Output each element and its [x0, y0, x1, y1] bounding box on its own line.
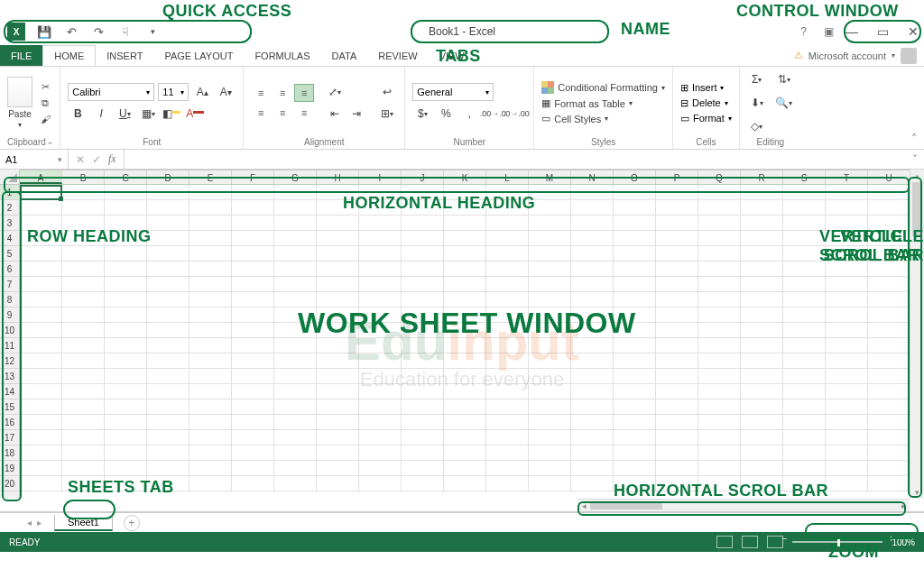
delete-cells-button[interactable]: ⊟Delete ▾	[680, 97, 732, 109]
cell[interactable]	[741, 461, 783, 476]
tab-page-layout[interactable]: PAGE LAYOUT	[153, 45, 244, 66]
cell[interactable]	[571, 430, 614, 445]
cell[interactable]	[359, 323, 402, 338]
cell[interactable]	[698, 430, 741, 445]
cell[interactable]	[571, 185, 614, 200]
align-left-icon[interactable]: ≡	[251, 104, 271, 122]
page-layout-view-icon[interactable]	[742, 536, 758, 548]
cell[interactable]	[402, 231, 444, 246]
cell[interactable]	[444, 353, 486, 369]
cell[interactable]	[614, 277, 656, 292]
cell[interactable]	[571, 231, 614, 246]
cell[interactable]	[826, 445, 868, 461]
cell[interactable]	[826, 216, 868, 231]
cell[interactable]	[189, 262, 232, 277]
cell[interactable]	[783, 338, 826, 353]
cell[interactable]	[783, 323, 826, 338]
cell[interactable]	[147, 384, 189, 399]
column-header[interactable]: T	[826, 170, 868, 184]
cell[interactable]	[359, 369, 402, 384]
cell[interactable]	[189, 461, 232, 476]
cell[interactable]	[105, 399, 147, 415]
cell[interactable]	[402, 216, 444, 231]
cell[interactable]	[317, 185, 359, 200]
cell[interactable]	[486, 461, 529, 476]
column-header[interactable]: N	[571, 170, 614, 184]
column-header[interactable]: C	[105, 170, 147, 184]
cell[interactable]	[189, 415, 232, 430]
cell[interactable]	[444, 430, 486, 445]
row-header[interactable]: 11	[0, 338, 19, 353]
cell[interactable]	[317, 200, 359, 216]
cell[interactable]	[614, 369, 656, 384]
increase-font-icon[interactable]: A▴	[192, 83, 212, 101]
find-select-icon[interactable]: 🔍▾	[774, 94, 794, 112]
cell[interactable]	[402, 384, 444, 399]
cell[interactable]	[232, 307, 274, 323]
column-header[interactable]: G	[274, 170, 317, 184]
cell[interactable]	[62, 231, 105, 246]
cell[interactable]	[147, 292, 189, 307]
cell[interactable]	[656, 369, 698, 384]
cell[interactable]	[741, 262, 783, 277]
cell[interactable]	[868, 399, 910, 415]
cell[interactable]	[783, 430, 826, 445]
cell[interactable]	[698, 384, 741, 399]
cell[interactable]	[783, 369, 826, 384]
cell[interactable]	[571, 399, 614, 415]
cell[interactable]	[614, 461, 656, 476]
cell[interactable]	[105, 430, 147, 445]
save-icon[interactable]: 💾	[36, 23, 52, 40]
cell[interactable]	[232, 476, 274, 491]
cell[interactable]	[274, 476, 317, 491]
cell[interactable]	[529, 246, 571, 262]
cell[interactable]	[62, 277, 105, 292]
cell[interactable]	[62, 338, 105, 353]
cell[interactable]	[232, 262, 274, 277]
cell[interactable]	[62, 262, 105, 277]
cell[interactable]	[274, 461, 317, 476]
cell[interactable]	[317, 353, 359, 369]
cell[interactable]	[868, 369, 910, 384]
cell[interactable]	[189, 292, 232, 307]
cell[interactable]	[741, 384, 783, 399]
cell[interactable]	[698, 307, 741, 323]
cell[interactable]	[698, 185, 741, 200]
cell[interactable]	[826, 246, 868, 262]
cell[interactable]	[147, 231, 189, 246]
cell[interactable]	[444, 262, 486, 277]
fill-color-icon[interactable]: ◧	[162, 105, 181, 123]
cell[interactable]	[486, 323, 529, 338]
cell[interactable]	[62, 185, 105, 200]
cell[interactable]	[571, 369, 614, 384]
row-header[interactable]: 6	[0, 262, 19, 277]
cell[interactable]	[20, 307, 62, 323]
cell[interactable]	[274, 246, 317, 262]
cell[interactable]	[105, 415, 147, 430]
cell[interactable]	[402, 369, 444, 384]
cell[interactable]	[232, 292, 274, 307]
cell[interactable]	[656, 307, 698, 323]
cell[interactable]	[486, 476, 529, 491]
column-header[interactable]: I	[359, 170, 402, 184]
cell[interactable]	[783, 307, 826, 323]
cell[interactable]	[189, 277, 232, 292]
cell[interactable]	[614, 231, 656, 246]
name-box[interactable]: A1▾	[0, 150, 69, 169]
scroll-right-icon[interactable]: ▸	[897, 500, 910, 511]
cell[interactable]	[359, 231, 402, 246]
align-top-icon[interactable]: ≡	[251, 84, 271, 102]
wrap-text-icon[interactable]: ↩	[377, 83, 397, 101]
font-color-icon[interactable]: A	[185, 105, 205, 123]
row-header[interactable]: 7	[0, 277, 19, 292]
cell[interactable]	[529, 476, 571, 491]
align-right-icon[interactable]: ≡	[294, 104, 314, 122]
enter-formula-icon[interactable]: ✓	[92, 153, 101, 166]
cell[interactable]	[359, 415, 402, 430]
cell[interactable]	[571, 353, 614, 369]
row-header[interactable]: 12	[0, 353, 19, 369]
merge-center-icon[interactable]: ⊞▾	[377, 105, 397, 123]
cell[interactable]	[656, 399, 698, 415]
cell[interactable]	[698, 231, 741, 246]
increase-indent-icon[interactable]: ⇥	[346, 105, 366, 123]
